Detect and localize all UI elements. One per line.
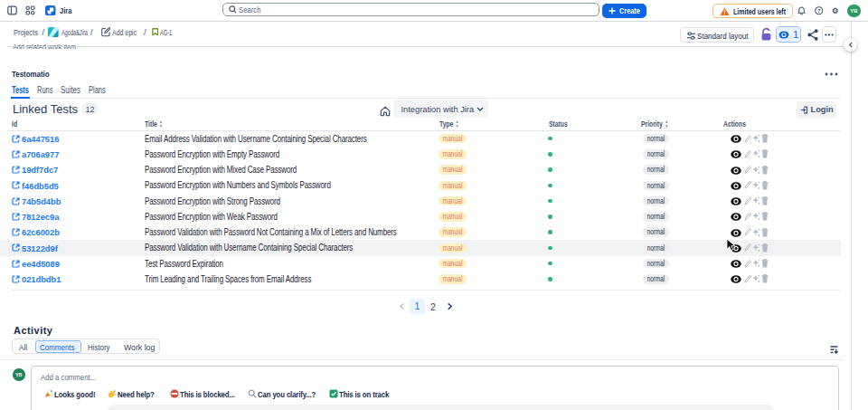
svg-text:?: ?	[816, 8, 820, 14]
